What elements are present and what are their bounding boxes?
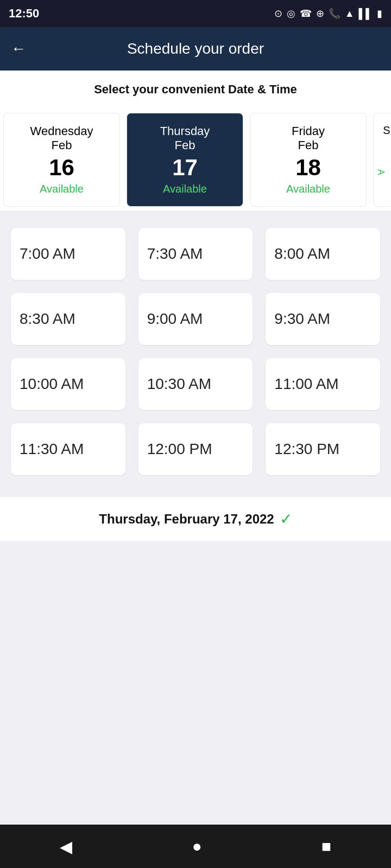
date-avail-wed: Available bbox=[9, 183, 114, 195]
nav-back-icon[interactable]: ◀ bbox=[60, 837, 72, 856]
header-title: Schedule your order bbox=[37, 40, 354, 58]
date-day-sat-partial: S bbox=[376, 124, 391, 137]
selected-date-footer: Thursday, February 17, 2022 ✓ bbox=[0, 497, 391, 541]
signal-icon: ▌▌ bbox=[358, 8, 373, 20]
date-num-fri: 18 bbox=[256, 155, 361, 181]
status-icons: ⊙ ◎ ☎ ⊕ 📞 ▲ ▌▌ ▮ bbox=[274, 8, 382, 20]
date-num-wed: 16 bbox=[9, 155, 114, 181]
time-slot-1100am[interactable]: 11:00 AM bbox=[266, 358, 380, 410]
date-card-sat-partial[interactable]: S A bbox=[373, 113, 391, 207]
nav-bar: ◀ ● ■ bbox=[0, 825, 391, 868]
date-time-prompt: Select your convenient Date & Time bbox=[0, 71, 391, 108]
time-slot-700am[interactable]: 7:00 AM bbox=[11, 228, 125, 280]
main-content: Select your convenient Date & Time Wedne… bbox=[0, 71, 391, 825]
back-button[interactable]: ← bbox=[11, 40, 26, 58]
time-slot-1230pm[interactable]: 12:30 PM bbox=[266, 423, 380, 475]
time-slot-930am[interactable]: 9:30 AM bbox=[266, 293, 380, 345]
date-card-fri[interactable]: Friday Feb 18 Available bbox=[250, 113, 367, 207]
globe-icon: ◎ bbox=[287, 8, 295, 20]
status-time: 12:50 bbox=[9, 7, 39, 21]
time-slot-1030am[interactable]: 10:30 AM bbox=[138, 358, 253, 410]
date-avail-thu: Available bbox=[133, 183, 237, 195]
date-day-fri: Friday bbox=[256, 124, 361, 138]
phone-icon: ☎ bbox=[300, 8, 312, 20]
header: ← Schedule your order bbox=[0, 27, 391, 71]
wifi-icon: ▲ bbox=[345, 8, 355, 20]
call-icon: 📞 bbox=[329, 8, 340, 20]
network-icon: ⊙ bbox=[274, 8, 282, 20]
status-bar: 12:50 ⊙ ◎ ☎ ⊕ 📞 ▲ ▌▌ ▮ bbox=[0, 0, 391, 27]
date-month-wed: Feb bbox=[9, 138, 114, 152]
time-slot-1130am[interactable]: 11:30 AM bbox=[11, 423, 125, 475]
date-num-thu: 17 bbox=[133, 155, 237, 181]
date-month-fri: Feb bbox=[256, 138, 361, 152]
time-grid: 7:00 AM 7:30 AM 8:00 AM 8:30 AM 9:00 AM … bbox=[0, 212, 391, 492]
date-avail-sat-partial: A bbox=[376, 169, 386, 175]
date-day-wed: Wednesday bbox=[9, 124, 114, 138]
date-month-thu: Feb bbox=[133, 138, 237, 152]
date-avail-fri: Available bbox=[256, 183, 361, 195]
time-slot-730am[interactable]: 7:30 AM bbox=[138, 228, 253, 280]
date-selector: Wednesday Feb 16 Available Thursday Feb … bbox=[0, 108, 391, 212]
nav-home-icon[interactable]: ● bbox=[192, 837, 201, 856]
time-slot-1200pm[interactable]: 12:00 PM bbox=[138, 423, 253, 475]
time-slot-800am[interactable]: 8:00 AM bbox=[266, 228, 380, 280]
time-slot-900am[interactable]: 9:00 AM bbox=[138, 293, 253, 345]
checkmark-icon: ✓ bbox=[280, 510, 292, 528]
selected-date-label: Thursday, February 17, 2022 bbox=[99, 512, 274, 527]
date-card-thu[interactable]: Thursday Feb 17 Available bbox=[127, 113, 243, 207]
nav-recent-icon[interactable]: ■ bbox=[321, 837, 331, 856]
date-day-thu: Thursday bbox=[133, 124, 237, 138]
date-card-wed[interactable]: Wednesday Feb 16 Available bbox=[3, 113, 120, 207]
battery-icon: ▮ bbox=[377, 8, 382, 20]
time-slot-830am[interactable]: 8:30 AM bbox=[11, 293, 125, 345]
location-icon: ⊕ bbox=[316, 8, 324, 20]
time-slot-1000am[interactable]: 10:00 AM bbox=[11, 358, 125, 410]
